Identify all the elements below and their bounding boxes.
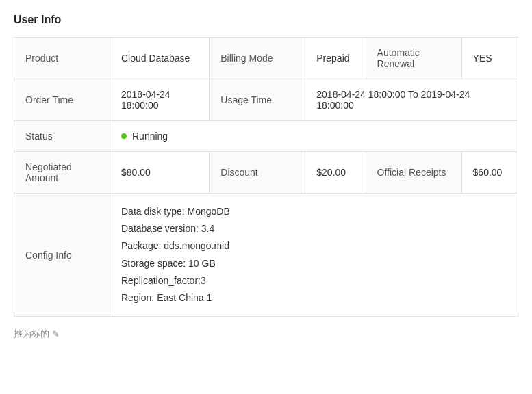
billing-mode-label: Billing Mode	[210, 38, 305, 79]
edit-icon[interactable]: ✎	[52, 329, 60, 339]
official-receipts-label: Official Receipts	[366, 152, 461, 194]
usage-time-value: 2018-04-24 18:00:00 To 2019-04-24 18:00:…	[305, 79, 518, 121]
config-line: Data disk type: MongoDB	[121, 203, 507, 220]
cloud-database-value: Cloud Database	[110, 38, 210, 79]
status-dot	[121, 133, 127, 139]
footer-label: 推为标的	[14, 328, 49, 340]
status-label: Status	[14, 121, 110, 152]
config-line: Replication_factor:3	[121, 272, 507, 289]
table-row-product: Product Cloud Database Billing Mode Prep…	[14, 38, 518, 79]
negotiated-amount-value: $80.00	[110, 152, 210, 194]
usage-time-label: Usage Time	[210, 79, 305, 121]
config-line: Storage space: 10 GB	[121, 255, 507, 272]
config-info-label: Config Info	[14, 194, 110, 317]
automatic-renewal-label: Automatic Renewal	[366, 38, 461, 79]
table-row-amounts: Negotiated Amount $80.00 Discount $20.00…	[14, 152, 518, 194]
order-time-label: Order Time	[14, 79, 110, 121]
discount-value: $20.00	[305, 152, 366, 194]
config-line: Region: East China 1	[121, 289, 507, 306]
footer-area: 推为标的 ✎	[14, 328, 518, 340]
table-row-status: Status Running	[14, 121, 518, 152]
config-line: Database version: 3.4	[121, 220, 507, 237]
product-label: Product	[14, 38, 110, 79]
status-text: Running	[132, 131, 168, 142]
info-table: Product Cloud Database Billing Mode Prep…	[14, 37, 518, 317]
negotiated-amount-label: Negotiated Amount	[14, 152, 110, 194]
status-value: Running	[110, 121, 518, 152]
table-row-order-time: Order Time 2018-04-24 18:00:00 Usage Tim…	[14, 79, 518, 121]
order-time-value: 2018-04-24 18:00:00	[110, 79, 210, 121]
config-info-value: Data disk type: MongoDBDatabase version:…	[110, 194, 518, 317]
automatic-renewal-value: YES	[461, 38, 518, 79]
table-row-config: Config Info Data disk type: MongoDBDatab…	[14, 194, 518, 317]
official-receipts-value: $60.00	[461, 152, 518, 194]
config-line: Package: dds.mongo.mid	[121, 237, 507, 254]
page-title: User Info	[14, 14, 518, 26]
discount-label: Discount	[210, 152, 305, 194]
prepaid-value: Prepaid	[305, 38, 366, 79]
